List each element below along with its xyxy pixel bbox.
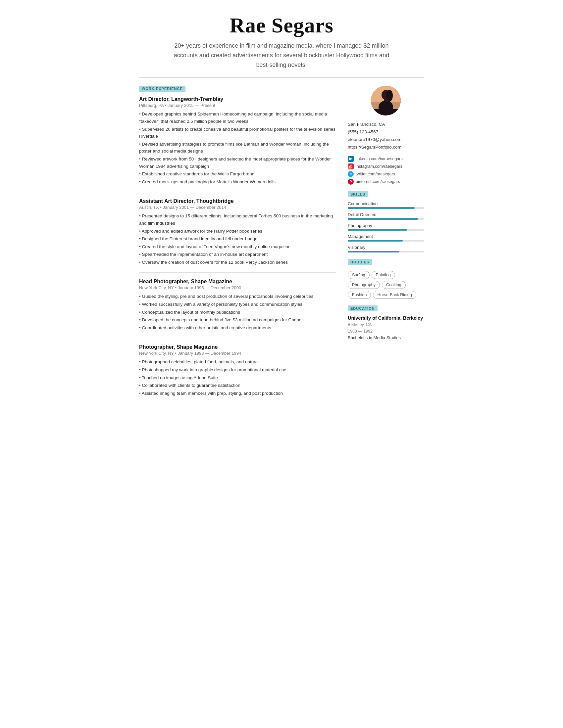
skill-bar-fill (348, 240, 403, 242)
job-entry: Assistant Art Director, ThoughtbridgeAus… (139, 198, 336, 266)
job-bullets: • Presented designs to 15 different clie… (139, 212, 336, 266)
job-bullet: • Designed the Pinterest brand identity … (139, 235, 336, 243)
skill-name: Visionary (348, 245, 424, 250)
job-bullet: • Collaborated with clients to guarantee… (139, 382, 336, 389)
job-bullet: • Reviewed artwork from 50+ designers an… (139, 156, 336, 170)
job-entry: Photographer, Shape MagazineNew York Cit… (139, 344, 336, 397)
linkedin-label: linkedin.com/in/raesegars (356, 157, 403, 161)
avatar-image (371, 86, 401, 115)
job-meta: New York City, NY • January 1995 — Decem… (139, 285, 336, 290)
job-bullet: • Spearheaded the implementation of an i… (139, 251, 336, 258)
job-bullet: • Supervised 20 artists to create cohesi… (139, 126, 336, 140)
job-entry: Art Director, Langworth-TremblayPittsbur… (139, 96, 336, 185)
skill-bar-bg (348, 251, 424, 252)
skill-bar-bg (348, 218, 424, 220)
education-label: EDUCATION (348, 305, 378, 311)
job-meta: New York City, NY • January 1993 — Decem… (139, 351, 336, 356)
contact-website: https://SegarsPortfolio.com (348, 144, 424, 151)
job-title: Assistant Art Director, Thoughtbridge (139, 198, 336, 204)
skill-name: Communication (348, 201, 424, 206)
right-column: San Francisco, CA (555) 123-4567 eleonor… (348, 86, 424, 403)
job-bullet: • Presented designs to 15 different clie… (139, 212, 336, 227)
job-divider (139, 272, 336, 273)
header-divider (139, 77, 424, 78)
skill-bar-bg (348, 240, 424, 242)
header-tagline: 20+ years of experience in film and maga… (169, 41, 394, 69)
skill-item: Photography (348, 223, 424, 231)
main-layout: WORK EXPERIENCE Art Director, Langworth-… (139, 86, 424, 403)
job-bullet: • Oversaw the creation of dust covers fo… (139, 259, 336, 266)
twitter-label: twitter.com/raesegars (356, 172, 395, 176)
job-bullet: • Worked successfully with a variety of … (139, 301, 336, 308)
job-bullet: • Assisted imaging team members with pre… (139, 390, 336, 397)
skills-container: CommunicationDetail OrientedPhotographyM… (348, 201, 424, 252)
job-bullet: • Touched up images using Adobe Suite (139, 374, 336, 382)
skill-name: Detail Oriented (348, 212, 424, 217)
job-divider (139, 192, 336, 192)
instagram-label: instagram.com/raesegars (356, 164, 402, 169)
hobby-tag: Cooking (382, 281, 406, 289)
skill-item: Detail Oriented (348, 212, 424, 220)
skill-item: Management (348, 234, 424, 242)
hobbies-section: HOBBIES SurfingPaintingPhotographyCookin… (348, 259, 424, 299)
job-bullets: • Photographed celebrities, plated food,… (139, 358, 336, 397)
skill-name: Photography (348, 223, 424, 228)
job-bullet: • Developed graphics behind Spiderman Ho… (139, 111, 336, 125)
job-bullet: • Devised advertising strategies to prom… (139, 141, 336, 155)
work-experience-label: WORK EXPERIENCE (139, 86, 185, 92)
candidate-name: Rae Segars (139, 13, 424, 38)
job-bullet: • Developed the concepts and tone behind… (139, 316, 336, 324)
education-section: EDUCATION University of California, Berk… (348, 305, 424, 340)
edu-location: Berkeley, CA (348, 321, 424, 328)
skill-bar-fill (348, 218, 418, 220)
skill-bar-bg (348, 207, 424, 209)
pinterest-label: pinterest.com/raesegars (356, 179, 400, 184)
instagram-icon: ◎ (348, 163, 354, 169)
job-title: Head Photographer, Shape Magazine (139, 279, 336, 285)
svg-point-6 (386, 90, 393, 102)
social-links: inlinkedin.com/in/raesegars◎instagram.co… (348, 156, 424, 185)
edu-degree: Bachelor's in Media Studies (348, 335, 424, 340)
hobby-tag: Photography (348, 281, 380, 289)
job-bullet: • Conceptualized the layout of monthly p… (139, 309, 336, 316)
edu-school: University of California, Berkeley (348, 315, 424, 321)
jobs-container: Art Director, Langworth-TremblayPittsbur… (139, 96, 336, 397)
social-pinterest: Ppinterest.com/raesegars (348, 179, 424, 185)
hobby-tag: Fashion (348, 291, 371, 299)
linkedin-icon: in (348, 156, 354, 162)
job-bullet: • Created the style and layout of Teen V… (139, 243, 336, 250)
hobbies-label: HOBBIES (348, 259, 372, 265)
contact-info: San Francisco, CA (555) 123-4567 eleonor… (348, 121, 424, 151)
skill-bar-fill (348, 251, 399, 252)
job-bullet: • Guided the styling, pre and post produ… (139, 293, 336, 300)
job-bullet: • Approved and edited artwork for the Ha… (139, 228, 336, 235)
skills-label: SKILLS (348, 191, 368, 197)
job-bullet: • Photographed celebrities, plated food,… (139, 358, 336, 366)
job-title: Art Director, Langworth-Tremblay (139, 96, 336, 102)
job-bullet: • Coordinated activities with other arti… (139, 324, 336, 332)
skill-item: Visionary (348, 245, 424, 252)
job-entry: Head Photographer, Shape MagazineNew Yor… (139, 279, 336, 331)
header: Rae Segars 20+ years of experience in fi… (139, 13, 424, 69)
contact-phone: (555) 123-4567 (348, 128, 424, 136)
skill-name: Management (348, 234, 424, 239)
job-bullets: • Developed graphics behind Spiderman Ho… (139, 111, 336, 185)
social-instagram: ◎instagram.com/raesegars (348, 163, 424, 169)
skills-section: SKILLS CommunicationDetail OrientedPhoto… (348, 191, 424, 252)
hobby-tag: Horse-Back Riding (373, 291, 416, 299)
skill-item: Communication (348, 201, 424, 209)
svg-rect-7 (371, 109, 401, 115)
job-title: Photographer, Shape Magazine (139, 344, 336, 350)
job-divider (139, 338, 336, 338)
left-column: WORK EXPERIENCE Art Director, Langworth-… (139, 86, 336, 403)
hobby-tag: Surfing (348, 271, 370, 279)
job-meta: Pittsburg, PA • January 2015 — Present (139, 103, 336, 108)
avatar (371, 86, 401, 115)
job-bullet: • Established creative standards for the… (139, 170, 336, 178)
contact-email: eleonore1970@yahoo.com (348, 136, 424, 144)
skill-bar-fill (348, 207, 415, 209)
job-bullets: • Guided the styling, pre and post produ… (139, 293, 336, 331)
job-meta: Austin, TX • January 2001 — December 201… (139, 205, 336, 210)
hobby-tag: Painting (372, 271, 395, 279)
social-linkedin: inlinkedin.com/in/raesegars (348, 156, 424, 162)
